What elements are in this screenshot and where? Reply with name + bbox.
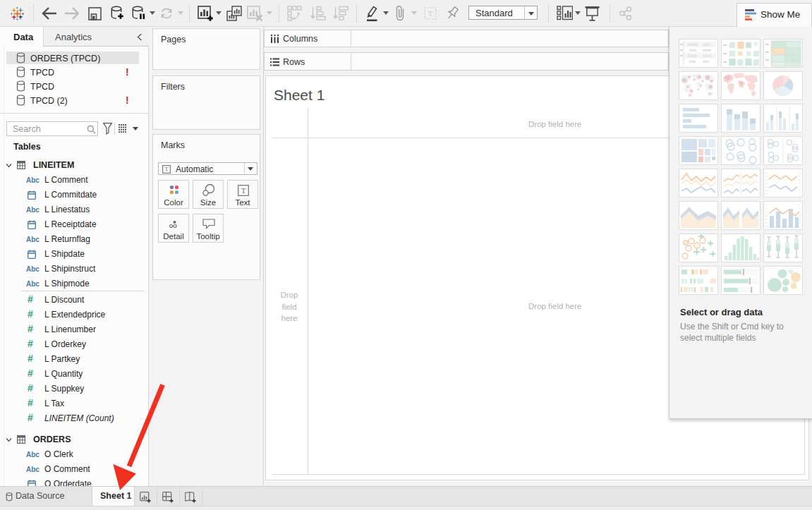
svg-text:T: T: [241, 186, 246, 195]
svg-text:T: T: [428, 9, 433, 18]
svg-text:T: T: [164, 166, 169, 173]
